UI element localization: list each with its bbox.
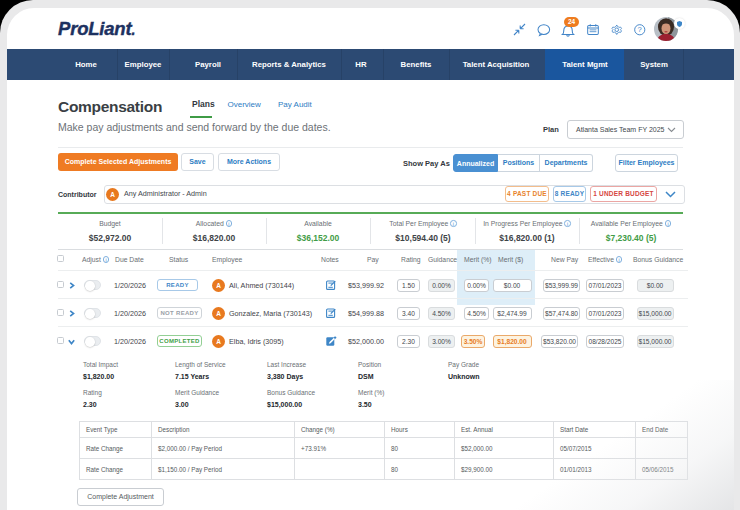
svg-text:?: ? — [638, 25, 642, 34]
